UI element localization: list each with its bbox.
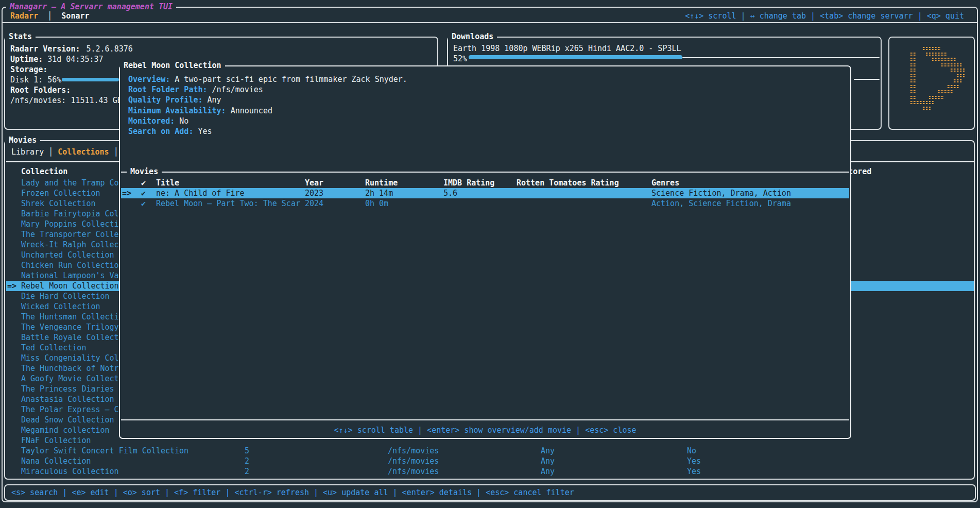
table-cell: Dead Snow Collection <box>21 415 114 425</box>
table-cell: Any <box>541 446 555 456</box>
modal-field-label: Minimum Availability: <box>128 106 226 115</box>
modal-field-label: Root Folder Path: <box>128 85 208 94</box>
table-cell: /nfs/movies <box>388 456 439 466</box>
logo-dot <box>910 68 913 73</box>
logo-dot <box>913 84 916 89</box>
table-cell: ne: A Child of Fire <box>156 188 245 198</box>
logo-dot <box>925 100 928 105</box>
servarr-tab-sonarr[interactable]: Sonarr <box>61 11 89 21</box>
movies-panel-title: Movies <box>5 136 40 145</box>
servarr-tab-radarr[interactable]: Radarr <box>10 11 38 21</box>
table-cell: /nfs/movies <box>388 446 439 456</box>
table-cell: Mary Poppins Collecti <box>21 219 119 229</box>
logo-dot <box>944 90 947 94</box>
logo-dot <box>959 74 962 78</box>
managarr-window: Managarr – A Servarr management TUI Rada… <box>0 0 980 508</box>
table-cell: ✔ <box>141 198 146 209</box>
logo-dot <box>919 100 922 105</box>
table-cell: Runtime <box>365 178 398 188</box>
modal-field-label: Search on Add: <box>128 127 193 136</box>
movie-row[interactable]: =>✔ne: A Child of Fire20232h 14m5.6Scien… <box>121 188 849 198</box>
modal-title: Rebel Moon Collection <box>120 61 225 70</box>
table-cell: The Transporter Colle <box>21 229 119 240</box>
top-keybinds-bar: <↑↓> scroll | ↔ change tab | <tab> chang… <box>685 11 964 21</box>
logo-dot <box>913 95 916 100</box>
table-cell: Rotten Tomatoes Rating <box>517 178 619 188</box>
logo-dot <box>910 95 913 100</box>
logo-dot <box>932 52 934 57</box>
logo-dot <box>922 100 925 105</box>
modal-field: Monitored: No <box>128 116 188 126</box>
modal-field: Quality Profile: Any <box>128 95 221 105</box>
table-cell: The Princess Diaries <box>21 384 114 394</box>
tab-library[interactable]: Library <box>11 147 44 157</box>
logo-dot <box>950 84 953 89</box>
table-cell: Anastasia Collection <box>21 394 114 404</box>
modal-field: Search on Add: Yes <box>128 126 212 137</box>
logo-dot <box>925 106 928 111</box>
logo-dot <box>953 79 956 83</box>
logo-dot <box>932 100 934 105</box>
table-cell: Battle Royale Collect <box>21 332 119 343</box>
logo-dot <box>913 52 916 57</box>
table-cell: Uncharted Collection <box>21 250 114 260</box>
table-cell: 2 <box>245 456 249 466</box>
table-cell: Title <box>156 178 179 188</box>
logo-dot <box>962 74 965 78</box>
radarr-version-label: Radarr Version: <box>10 44 80 54</box>
logo-dot <box>935 57 937 62</box>
logo-dot <box>910 74 913 78</box>
table-cell: The Huntsman Collecti <box>21 312 119 322</box>
table-cell: Frozen Collection <box>21 188 100 198</box>
logo-dot <box>941 95 943 100</box>
logo-dot <box>932 95 934 100</box>
table-cell: No <box>687 446 696 456</box>
logo-dot <box>947 84 950 89</box>
table-cell: The Hunchback of Notr <box>21 363 119 374</box>
table-cell: Lady and the Tramp Co <box>21 178 119 188</box>
table-cell: 2024 <box>305 198 323 209</box>
collection-row[interactable]: Nana Collection2/nfs/moviesAnyYes <box>6 456 974 466</box>
logo-dot <box>932 57 934 62</box>
logo-dot <box>953 63 956 67</box>
collection-row[interactable]: Taylor Swift Concert Film Collection5/nf… <box>6 446 974 456</box>
logo-dot <box>925 46 928 51</box>
table-cell: Megamind collection <box>21 425 110 435</box>
logo-dot <box>922 46 925 51</box>
table-cell: 0h 0m <box>365 198 388 209</box>
download-percent-label: 52% <box>453 54 467 64</box>
logo-dot <box>944 52 947 57</box>
logo-dot <box>959 68 962 73</box>
logo-dot <box>938 46 940 51</box>
logo-dot <box>944 57 947 62</box>
table-cell: Any <box>541 466 555 477</box>
logo-dot <box>950 68 953 73</box>
logo-dot <box>947 63 950 67</box>
download-progress-fill <box>469 55 682 59</box>
collection-row[interactable]: Miraculous Collection2/nfs/moviesAnyYes <box>6 466 974 477</box>
stats-panel-title: Stats <box>5 32 36 41</box>
logo-dot <box>913 63 916 67</box>
table-cell: IMDB Rating <box>443 178 494 188</box>
logo-dot <box>935 95 937 100</box>
logo-dot <box>929 95 931 100</box>
modal-field-value: Yes <box>193 127 212 136</box>
logo-dot <box>938 57 940 62</box>
movie-row[interactable]: ✔Rebel Moon – Part Two: The Scar20240h 0… <box>121 198 849 209</box>
logo-dot <box>913 68 916 73</box>
logo-dot <box>935 46 937 51</box>
table-cell: Yes <box>687 456 701 466</box>
tab-collections[interactable]: Collections <box>58 147 109 157</box>
table-cell: Genres <box>651 178 679 188</box>
table-cell: ✔ <box>141 188 146 198</box>
table-cell: 2 <box>245 466 249 477</box>
modal-field: Root Folder Path: /nfs/movies <box>128 84 263 95</box>
logo-dot <box>953 68 956 73</box>
modal-movies-table-title: Movies <box>127 167 162 176</box>
downloads-panel-title: Downloads <box>448 32 497 41</box>
logo-dot <box>913 79 916 83</box>
logo-dot <box>947 90 950 94</box>
logo-dot <box>913 74 916 78</box>
table-cell: Rebel Moon – Part Two: The Scar <box>156 198 300 209</box>
logo-dot <box>956 63 959 67</box>
